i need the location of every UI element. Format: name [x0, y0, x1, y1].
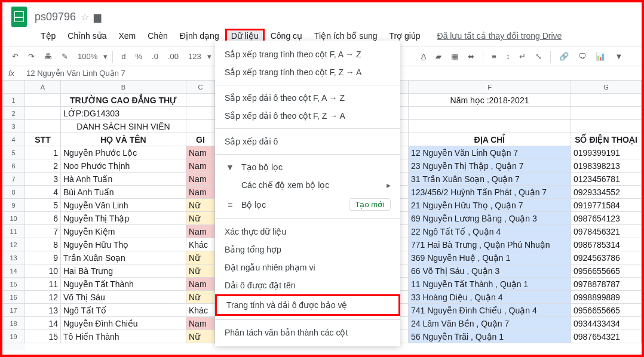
hdr-phone[interactable]: SỐ ĐIỆN THOẠI — [571, 133, 642, 146]
merge-icon[interactable]: ⬌ — [464, 50, 478, 63]
title-cell[interactable]: TRƯỜNG CAO ĐẲNG THỰ — [61, 94, 186, 107]
cell-name[interactable]: Nguyễn Văn Linh — [61, 199, 186, 212]
cell-name[interactable]: Trần Xuân Soạn — [61, 251, 186, 264]
row-header[interactable]: 6 — [2, 159, 25, 173]
cell-addr[interactable]: 11 Nguyễn Tất Thành , Quận 1 — [409, 278, 571, 291]
menu-sort-range[interactable]: Sắp xếp dải ô — [215, 133, 400, 150]
cell-addr[interactable]: 23 Nguyễn Thị Thập , Quận 7 — [409, 159, 571, 173]
cell-phone[interactable]: 0924563786 — [571, 251, 642, 264]
col-header-c[interactable]: C — [186, 81, 215, 94]
cell-addr[interactable]: 21 Nguyễn Hữu Thọ , Quận 7 — [409, 199, 571, 212]
cell-name[interactable]: Võ Thị Sáu — [61, 291, 186, 304]
cell-addr[interactable]: 123/456/2 Huỳnh Tấn Phát , Quận 7 — [409, 186, 571, 199]
redo-icon[interactable]: ↷ — [24, 50, 38, 63]
cell-gender[interactable]: Khác — [186, 304, 215, 317]
list-title-cell[interactable]: DANH SÁCH SINH VIÊN — [61, 120, 186, 133]
row-header[interactable]: 8 — [2, 186, 25, 199]
valign-icon[interactable]: ↕ — [502, 50, 514, 63]
fill-color-icon[interactable]: ▰ — [432, 50, 445, 63]
cell-stt[interactable]: 13 — [25, 304, 61, 317]
doc-title[interactable]: ps09796 — [35, 11, 76, 23]
menu-protected-sheets[interactable]: Trang tính và dải ô được bảo vệ — [215, 294, 400, 316]
cell-gender[interactable]: Khác — [186, 238, 215, 251]
zoom-select[interactable]: 100% — [74, 52, 101, 61]
cell-addr[interactable]: 369 Nguyễn Huệ , Quận 1 — [409, 251, 571, 264]
new-button[interactable]: Tạo mới — [349, 198, 391, 211]
filter-icon[interactable]: ▼ — [611, 50, 626, 63]
borders-icon[interactable]: ▦ — [447, 50, 462, 63]
cell-addr[interactable]: 56 Nguyễn Trãi , Quận 1 — [409, 330, 571, 343]
cell-stt[interactable]: 1 — [25, 146, 61, 159]
cell-name[interactable]: Ngô Tất Tố — [61, 304, 186, 317]
cell-phone[interactable]: 0998899889 — [571, 291, 642, 304]
row-header[interactable]: 12 — [2, 238, 25, 251]
menu-named-ranges[interactable]: Dải ô được đặt tên — [215, 276, 400, 294]
cell-name[interactable]: Tô Hiến Thành — [61, 330, 186, 343]
menu-filter-views[interactable]: Các chế độ xem bộ lọc▸ — [215, 176, 400, 194]
cell-name[interactable]: Nguyễn Thị Thập — [61, 212, 186, 225]
cell-stt[interactable]: 7 — [25, 225, 61, 238]
row-header[interactable]: 14 — [2, 264, 25, 278]
row-header[interactable]: 7 — [2, 173, 25, 186]
dec-increase-btn[interactable]: .00 — [164, 50, 182, 63]
cell[interactable] — [186, 120, 215, 133]
menu-view[interactable]: Xem — [113, 29, 142, 43]
cell-gender[interactable]: Nam — [186, 278, 215, 291]
row-header[interactable]: 15 — [2, 278, 25, 291]
cell-addr[interactable]: 771 Hai Bà Trưng , Quận Phú Nhuận — [409, 238, 571, 251]
col-header-a[interactable]: A — [25, 81, 61, 94]
cell-phone[interactable]: 0956655665 — [571, 304, 642, 317]
paint-format-icon[interactable]: ✎ — [58, 50, 72, 63]
cell[interactable] — [571, 120, 642, 133]
row-header[interactable]: 19 — [2, 330, 25, 343]
select-all-corner[interactable] — [2, 81, 25, 94]
cell-stt[interactable]: 3 — [25, 173, 61, 186]
cell[interactable] — [25, 107, 61, 120]
cell[interactable] — [571, 94, 642, 107]
cell-stt[interactable]: 15 — [25, 330, 61, 343]
undo-icon[interactable]: ↶ — [8, 50, 22, 63]
cell[interactable] — [25, 120, 61, 133]
cell-phone[interactable]: 0929334552 — [571, 186, 642, 199]
cell[interactable] — [186, 107, 215, 120]
row-header[interactable]: 1 — [2, 94, 25, 107]
hdr-addr[interactable]: ĐỊA CHỈ — [409, 133, 571, 146]
cell-phone[interactable]: 0978456321 — [571, 225, 642, 238]
sheets-logo[interactable] — [8, 6, 30, 27]
cell-name[interactable]: Bùi Anh Tuấn — [61, 186, 186, 199]
menu-slicer[interactable]: ≡Bộ lọcTạo mới — [215, 194, 400, 215]
cell[interactable] — [571, 107, 642, 120]
menu-file[interactable]: Tệp — [35, 29, 62, 43]
text-color-icon[interactable]: A — [418, 50, 430, 63]
cell-gender[interactable]: Nam — [186, 173, 215, 186]
row-header[interactable]: 18 — [2, 317, 25, 330]
menu-split-text[interactable]: Phân tách văn bản thành các cột — [215, 324, 400, 341]
menu-sort-sheet-az[interactable]: Sắp xếp trang tính theo cột F, A → Z — [215, 45, 400, 63]
cell-phone[interactable]: 0919771584 — [571, 199, 642, 212]
print-icon[interactable]: 🖶 — [41, 50, 56, 63]
cell-phone[interactable]: 0987654321 — [571, 330, 642, 343]
cell-stt[interactable]: 2 — [25, 159, 61, 173]
cell-stt[interactable]: 10 — [25, 264, 61, 278]
numfmt-btn[interactable]: 123 — [185, 50, 205, 63]
row-header[interactable]: 5 — [2, 146, 25, 159]
menu-sort-range-az[interactable]: Sắp xếp dải ô theo cột F, A → Z — [215, 89, 400, 107]
star-icon[interactable]: ☆ — [81, 11, 89, 23]
cell-addr[interactable]: 66 Võ Thị Sáu , Quận 3 — [409, 264, 571, 278]
cell[interactable] — [25, 94, 61, 107]
year-cell[interactable]: Năm học :2018-2021 — [409, 94, 571, 107]
cell-name[interactable]: Nguyễn Đình Chiều — [61, 317, 186, 330]
cell-phone[interactable]: 0199399191 — [571, 146, 642, 159]
menu-insert[interactable]: Chèn — [142, 29, 173, 43]
cell-name[interactable]: Nguyễn Tất Thành — [61, 278, 186, 291]
row-header[interactable]: 3 — [2, 120, 25, 133]
cell-stt[interactable]: 12 — [25, 291, 61, 304]
row-header[interactable]: 13 — [2, 251, 25, 264]
cell-gender[interactable]: Nam — [186, 186, 215, 199]
hdr-stt[interactable]: STT — [25, 133, 61, 146]
menu-pivot-table[interactable]: Bảng tổng hợp — [215, 241, 400, 258]
cell-phone[interactable]: 0934433434 — [571, 317, 642, 330]
menu-data-validation[interactable]: Xác thực dữ liệu — [215, 223, 400, 241]
cell-phone[interactable]: 0123456781 — [571, 173, 642, 186]
row-header[interactable]: 4 — [2, 133, 25, 146]
